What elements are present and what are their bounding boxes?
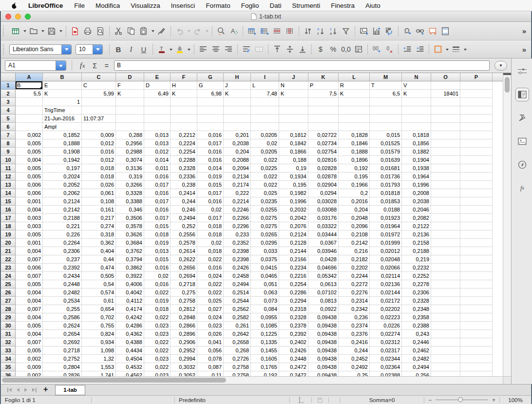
redo-dropdown[interactable] (204, 25, 209, 38)
spelling-button[interactable]: A (228, 25, 240, 38)
cell-H6[interactable] (224, 123, 251, 131)
cell-H10[interactable]: 0,2088 (224, 156, 251, 164)
cell-I27[interactable]: 0,073 (251, 297, 279, 305)
row-header-28[interactable]: 28 (1, 305, 16, 313)
cell-M24[interactable]: 0,02114 (370, 272, 402, 280)
cell-P5[interactable] (460, 115, 493, 123)
cell-P4[interactable] (460, 106, 493, 115)
cell-C2[interactable]: 5,99 (82, 90, 116, 98)
cell-O12[interactable] (431, 173, 460, 181)
name-box[interactable]: A1 (5, 60, 66, 71)
cell-H24[interactable]: 0,2458 (224, 272, 251, 280)
cell-P31[interactable] (460, 330, 493, 338)
expand-formula-bar-button[interactable]: ▼ (494, 61, 507, 71)
cell-L24[interactable]: 0,2244 (339, 272, 370, 280)
cell-E29[interactable]: 0,022 (144, 313, 171, 322)
font-color-dropdown[interactable] (168, 43, 173, 56)
cell-F22[interactable]: 0,2622 (171, 255, 197, 264)
cell-M20[interactable]: 0,01999 (370, 239, 402, 247)
cell-E18[interactable]: 0,015 (144, 222, 171, 231)
cell-C24[interactable]: 0,505 (82, 272, 116, 280)
cell-C9[interactable]: 0,016 (82, 148, 116, 156)
cell-I7[interactable]: 0,0205 (251, 131, 279, 139)
cell-E32[interactable]: 0,022 (144, 338, 171, 346)
cell-K26[interactable]: 0,07102 (308, 289, 339, 297)
cell-B34[interactable]: 0,2752 (43, 355, 82, 363)
cell-F1[interactable]: H (171, 81, 197, 90)
cell-F33[interactable]: 0,2952 (171, 346, 197, 355)
cell-C33[interactable]: 1,098 (82, 346, 116, 355)
cell-I4[interactable] (251, 106, 279, 115)
row-header-19[interactable]: 19 (1, 231, 16, 239)
cell-P10[interactable] (460, 156, 493, 164)
cell-L22[interactable]: 0,2182 (339, 255, 370, 264)
cell-B8[interactable]: 0,1888 (43, 139, 82, 148)
cell-B1[interactable]: E (43, 81, 82, 90)
cell-E8[interactable]: 0,013 (144, 139, 171, 148)
menu-finestra[interactable]: Finestra (325, 2, 360, 9)
cell-M33[interactable]: 0,02317 (370, 346, 402, 355)
cell-D28[interactable]: 0,4174 (116, 305, 144, 313)
cell-P8[interactable] (460, 139, 493, 148)
cell-E31[interactable]: 0,023 (144, 330, 171, 338)
cell-A29[interactable]: 0,004 (16, 313, 43, 322)
cell-N30[interactable]: 0,2388 (402, 322, 431, 330)
increase-indent-button[interactable] (401, 43, 414, 56)
cell-P14[interactable] (460, 189, 493, 197)
cell-O33[interactable] (431, 346, 460, 355)
cell-N5[interactable] (402, 115, 431, 123)
cell-K9[interactable]: 0,02754 (308, 148, 339, 156)
cell-O17[interactable] (431, 214, 460, 222)
cell-E35[interactable]: 0,022 (144, 363, 171, 371)
cell-O34[interactable] (431, 355, 460, 363)
cell-L34[interactable]: 0,2452 (339, 355, 370, 363)
cell-L15[interactable]: 0,2016 (339, 197, 370, 206)
cell-K2[interactable]: 7,5 (308, 90, 339, 98)
cell-O4[interactable] (431, 106, 460, 115)
column-header-H[interactable]: H (224, 73, 251, 81)
cell-H25[interactable]: 0,2494 (224, 280, 251, 289)
cell-M36[interactable]: 0,02388 (370, 371, 402, 376)
cell-O28[interactable] (431, 305, 460, 313)
cell-H28[interactable]: 0,2562 (224, 305, 251, 313)
cell-L2[interactable]: K (339, 90, 370, 98)
cell-G16[interactable]: 0,02 (197, 206, 224, 214)
cell-C16[interactable]: 0,161 (82, 206, 116, 214)
add-decimal-button[interactable]: 00 (370, 43, 383, 56)
cell-J21[interactable]: 0,2144 (279, 247, 308, 255)
cell-J2[interactable]: K (279, 90, 308, 98)
cell-E28[interactable]: 0,018 (144, 305, 171, 313)
cell-B25[interactable]: 0,2448 (43, 280, 82, 289)
cell-M26[interactable]: 0,02144 (370, 289, 402, 297)
cell-M29[interactable]: 0,02223 (370, 313, 402, 322)
cell-D11[interactable]: 0,3136 (116, 164, 144, 173)
cell-M4[interactable] (370, 106, 402, 115)
cell-C18[interactable]: 0,274 (82, 222, 116, 231)
cell-H31[interactable]: 0,2642 (224, 330, 251, 338)
cell-A24[interactable]: 0,007 (16, 272, 43, 280)
cell-D25[interactable]: 0,4006 (116, 280, 144, 289)
cell-D1[interactable]: F (116, 81, 144, 90)
cell-I31[interactable]: 0,1225 (251, 330, 279, 338)
cell-C10[interactable]: 0,012 (82, 156, 116, 164)
cell-L10[interactable]: 0,1896 (339, 156, 370, 164)
cell-A1[interactable]: B (16, 81, 43, 90)
menu-libreoffice[interactable]: LibreOffice (22, 2, 69, 9)
toolbar-overflow-button[interactable]: » (521, 27, 527, 35)
cell-O27[interactable] (431, 297, 460, 305)
cell-C23[interactable]: 0,474 (82, 264, 116, 272)
special-character-button[interactable]: Ω (401, 25, 414, 38)
cell-D22[interactable]: 0,3794 (116, 255, 144, 264)
cell-H23[interactable]: 0,2426 (224, 264, 251, 272)
cell-O22[interactable] (431, 255, 460, 264)
cell-H5[interactable] (224, 115, 251, 123)
cell-G29[interactable]: 0,024 (197, 313, 224, 322)
cell-F34[interactable]: 0,2994 (171, 355, 197, 363)
cell-I16[interactable]: 0,0255 (251, 206, 279, 214)
cell-E30[interactable]: 0,023 (144, 322, 171, 330)
cell-P29[interactable] (460, 313, 493, 322)
zoom-slider[interactable] (436, 400, 488, 400)
cell-E4[interactable] (144, 106, 171, 115)
cell-J11[interactable]: 0,19 (279, 164, 308, 173)
cell-D19[interactable]: 0,3626 (116, 231, 144, 239)
